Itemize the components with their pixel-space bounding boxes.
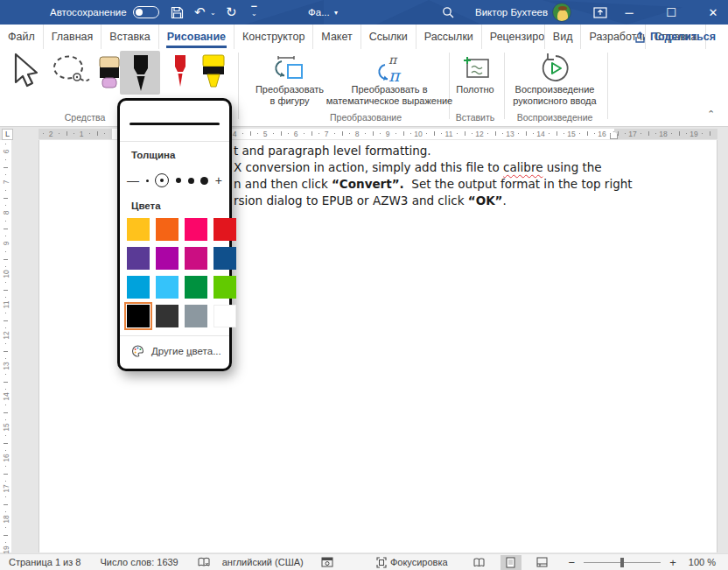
ribbon-button-label[interactable]: Полотно <box>456 84 494 95</box>
convert-to-math-button[interactable]: π π <box>376 53 406 86</box>
color-swatch[interactable] <box>127 276 150 299</box>
save-icon[interactable] <box>171 0 184 25</box>
thickness-decrease-button[interactable]: — <box>127 174 139 186</box>
ruler-tick <box>4 259 8 260</box>
redo-icon[interactable]: ↻ <box>226 0 237 25</box>
ribbon-button-label[interactable]: Преобразовать в математическое выражение <box>326 84 452 107</box>
tab-4[interactable]: Рисование <box>159 25 234 49</box>
ruler-tick <box>334 133 335 134</box>
tab-8[interactable]: Рассылки <box>416 25 482 49</box>
zoom-in-button[interactable]: + <box>669 556 676 569</box>
ink-replay-button[interactable] <box>539 53 570 84</box>
eraser-button[interactable] <box>98 56 121 91</box>
ruler-tick <box>342 131 343 136</box>
zoom-level[interactable]: 100 % <box>689 557 716 567</box>
ruler-tick <box>5 405 6 405</box>
print-layout-button[interactable] <box>500 555 522 570</box>
thickness-option-3[interactable] <box>176 178 181 183</box>
thickness-label: Толщина <box>131 150 175 160</box>
ruler-tick <box>4 198 8 199</box>
user-name[interactable]: Виктор Бухтеев <box>475 0 548 25</box>
text-segment: X conversion in action, simply add this … <box>234 160 503 174</box>
color-swatch[interactable] <box>156 247 178 270</box>
focus-mode-button[interactable]: Фокусировка <box>376 557 448 568</box>
color-swatch[interactable] <box>185 218 207 241</box>
tab-10[interactable]: Вид <box>545 25 582 49</box>
color-swatch[interactable] <box>127 218 150 241</box>
thickness-option-1[interactable] <box>146 179 149 182</box>
select-tool-button[interactable] <box>10 53 40 89</box>
h-ruler-number: 8 <box>355 130 360 137</box>
page-indicator[interactable]: Страница 1 из 8 <box>9 557 80 567</box>
tab-9[interactable]: Рецензирование <box>482 25 545 49</box>
color-swatch[interactable] <box>185 305 207 327</box>
autosave-toggle[interactable] <box>133 0 159 25</box>
proofing-errors-icon[interactable] <box>198 557 210 567</box>
yellow-highlighter-button[interactable] <box>199 54 228 93</box>
color-swatch[interactable] <box>214 276 236 299</box>
minimize-button[interactable]: ─ <box>614 0 644 25</box>
language-indicator[interactable]: английский (США) <box>222 557 304 567</box>
horizontal-ruler[interactable] <box>0 128 728 140</box>
color-swatch[interactable] <box>214 305 236 327</box>
qat-customize-icon[interactable]: ▔⌄ <box>251 0 257 25</box>
drawing-canvas-button[interactable] <box>462 56 490 81</box>
text-segment: rsion dialog to EPUB or AZW3 and click <box>234 194 468 208</box>
color-swatch[interactable] <box>185 276 207 299</box>
tab-stop-selector[interactable]: L <box>2 129 13 140</box>
tab-5[interactable]: Конструктор <box>234 25 313 49</box>
color-swatch[interactable] <box>214 247 236 270</box>
ruler-tick <box>365 133 366 134</box>
h-ruler-number: 14 <box>536 130 544 137</box>
doc-title-caret-icon[interactable]: ▾ <box>334 0 338 25</box>
ribbon-button-label[interactable]: Преобразовать в фигуру <box>256 84 324 107</box>
palette-icon <box>131 345 144 357</box>
status-bar: Страница 1 из 8 Число слов: 1639 английс… <box>0 553 728 570</box>
web-layout-button[interactable] <box>532 555 553 570</box>
thickness-dot[interactable] <box>160 179 164 182</box>
color-swatch[interactable] <box>156 276 178 299</box>
undo-caret-icon[interactable]: ⌄ <box>210 0 216 25</box>
thickness-option-selected[interactable] <box>155 173 169 187</box>
tab-1[interactable]: Файл <box>0 25 44 49</box>
h-ruler-number: 10 <box>414 130 422 137</box>
color-swatch[interactable] <box>127 247 150 270</box>
share-button[interactable]: Поделиться <box>627 27 723 46</box>
color-swatch[interactable] <box>185 247 207 270</box>
color-swatch[interactable] <box>214 218 236 241</box>
ruler-tick <box>710 131 710 136</box>
thickness-option-4[interactable] <box>188 178 194 184</box>
h-ruler-number: 18 <box>659 130 667 137</box>
tab-6[interactable]: Макет <box>313 25 360 49</box>
maximize-button[interactable]: ☐ <box>656 0 686 25</box>
avatar[interactable] <box>552 0 571 25</box>
zoom-out-button[interactable]: − <box>569 556 576 569</box>
tab-3[interactable]: Вставка <box>102 25 158 49</box>
h-ruler-number: 16 <box>598 130 606 137</box>
macro-recording-icon[interactable] <box>321 557 333 567</box>
ribbon-button-label[interactable]: Воспроизведение рукописного ввода <box>513 84 596 107</box>
undo-icon[interactable]: ↶ <box>194 0 206 25</box>
close-button[interactable]: ✕ <box>698 0 728 25</box>
zoom-slider-thumb[interactable] <box>620 558 624 567</box>
read-mode-button[interactable] <box>469 555 490 570</box>
black-pen-button[interactable] <box>128 54 154 93</box>
thickness-option-5[interactable] <box>200 177 208 185</box>
more-colors-button[interactable]: Другие цвета... <box>131 345 221 357</box>
red-pen-button[interactable] <box>168 54 192 93</box>
color-swatch[interactable] <box>156 218 178 241</box>
color-swatch[interactable] <box>127 305 150 327</box>
ribbon-display-options-icon[interactable] <box>593 0 607 25</box>
color-swatch[interactable] <box>156 305 178 327</box>
lasso-select-button[interactable] <box>51 54 91 89</box>
search-icon[interactable] <box>442 0 454 25</box>
collapse-ribbon-button[interactable]: ⌃ <box>707 109 715 120</box>
zoom-slider[interactable] <box>584 562 661 563</box>
convert-to-shape-button[interactable] <box>273 54 306 84</box>
document-title[interactable]: Фа... <box>308 0 330 25</box>
word-count[interactable]: Число слов: 1639 <box>100 557 178 567</box>
tab-7[interactable]: Ссылки <box>361 25 416 49</box>
thickness-increase-button[interactable]: + <box>215 174 222 186</box>
tab-2[interactable]: Главная <box>44 25 102 49</box>
ruler-tick <box>5 511 6 512</box>
